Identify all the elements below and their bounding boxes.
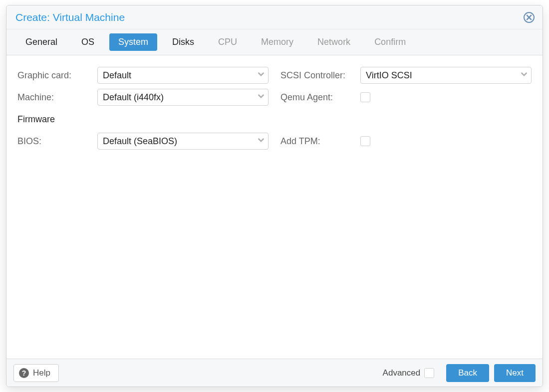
tab-system[interactable]: System (109, 33, 157, 51)
section-firmware: Firmware (17, 108, 269, 130)
chevron-down-icon (257, 92, 265, 103)
chevron-down-icon (520, 70, 528, 81)
tab-confirm: Confirm (365, 33, 415, 51)
combo-bios[interactable]: Default (SeaBIOS) (97, 133, 269, 150)
left-column: Graphic card: Default Machine: Default (… (17, 64, 269, 152)
label-qemu-agent: Qemu Agent: (280, 92, 360, 103)
row-bios: BIOS: Default (SeaBIOS) (17, 130, 269, 152)
wizard-tabs: General OS System Disks CPU Memory Netwo… (6, 29, 543, 55)
create-vm-dialog: Create: Virtual Machine General OS Syste… (6, 5, 543, 387)
combo-scsi-value: VirtIO SCSI (366, 70, 412, 81)
combo-machine-value: Default (i440fx) (103, 92, 164, 103)
dialog-title: Create: Virtual Machine (15, 11, 524, 23)
chevron-down-icon (257, 70, 265, 81)
combo-graphic-card[interactable]: Default (97, 67, 269, 84)
combo-graphic-card-value: Default (103, 70, 131, 81)
help-icon: ? (19, 368, 29, 378)
row-add-tpm: Add TPM: (280, 130, 532, 152)
help-button[interactable]: ? Help (13, 364, 59, 382)
combo-scsi[interactable]: VirtIO SCSI (360, 67, 532, 84)
help-label: Help (33, 368, 50, 378)
tab-network: Network (308, 33, 359, 51)
row-graphic-card: Graphic card: Default (17, 64, 269, 86)
label-machine: Machine: (17, 92, 97, 103)
checkbox-qemu-agent[interactable] (360, 92, 370, 102)
checkbox-add-tpm[interactable] (360, 136, 370, 146)
dialog-footer: ? Help Advanced Back Next (6, 359, 543, 387)
row-machine: Machine: Default (i440fx) (17, 86, 269, 108)
label-scsi: SCSI Controller: (280, 70, 360, 81)
checkbox-advanced[interactable] (424, 368, 434, 378)
label-bios: BIOS: (17, 136, 97, 147)
combo-machine[interactable]: Default (i440fx) (97, 89, 269, 106)
next-button[interactable]: Next (494, 364, 536, 382)
dialog-header: Create: Virtual Machine (6, 5, 543, 29)
tab-general[interactable]: General (16, 33, 66, 51)
tab-os[interactable]: OS (72, 33, 103, 51)
combo-bios-value: Default (SeaBIOS) (103, 136, 177, 147)
form-body: Graphic card: Default Machine: Default (… (6, 55, 543, 359)
chevron-down-icon (257, 136, 265, 147)
right-column: SCSI Controller: VirtIO SCSI Qemu Agent:… (280, 64, 532, 152)
label-graphic-card: Graphic card: (17, 70, 97, 81)
tab-memory: Memory (252, 33, 302, 51)
row-scsi: SCSI Controller: VirtIO SCSI (280, 64, 532, 86)
tab-cpu: CPU (209, 33, 246, 51)
label-add-tpm: Add TPM: (280, 136, 360, 147)
row-qemu-agent: Qemu Agent: (280, 86, 532, 108)
close-icon[interactable] (524, 12, 535, 23)
advanced-toggle[interactable]: Advanced (383, 368, 435, 378)
back-button[interactable]: Back (446, 364, 489, 382)
tab-disks[interactable]: Disks (163, 33, 203, 51)
advanced-label: Advanced (383, 368, 421, 378)
